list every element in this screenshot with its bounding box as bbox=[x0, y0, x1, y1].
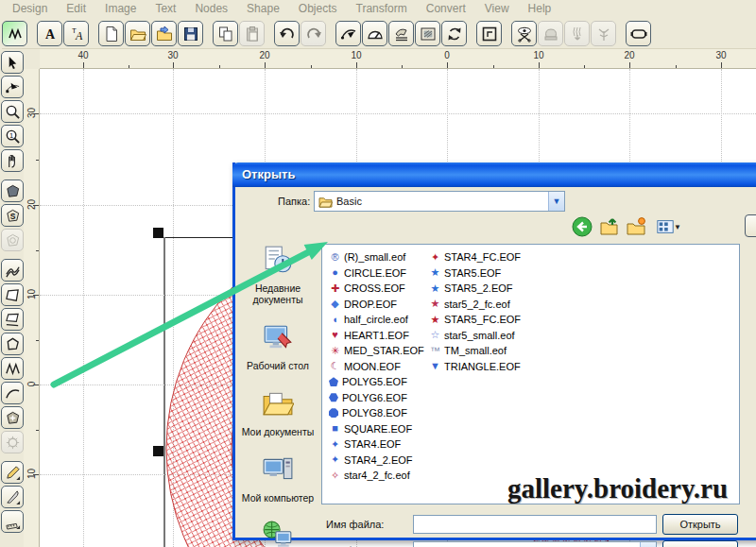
file-item[interactable]: ◖half_circle.eof bbox=[328, 312, 424, 328]
filename-input[interactable] bbox=[413, 515, 657, 534]
undo-icon[interactable] bbox=[274, 21, 300, 46]
hoop-icon[interactable] bbox=[626, 21, 651, 46]
stitch-gauge-icon[interactable] bbox=[362, 21, 387, 46]
recent-documents-icon bbox=[262, 244, 294, 280]
copy-icon[interactable] bbox=[213, 21, 238, 46]
file-item[interactable]: ★star5_2_fc.eof bbox=[428, 297, 521, 313]
new-folder-button[interactable] bbox=[625, 215, 647, 238]
file-item[interactable]: ✧star4_2_fc.eof bbox=[328, 468, 424, 484]
menu-design[interactable]: Design bbox=[4, 2, 56, 15]
file-item[interactable]: ♥HEART1.EOF bbox=[328, 328, 424, 344]
pencil-tool-icon[interactable] bbox=[1, 461, 24, 484]
file-item[interactable]: ★STAR5.EOF bbox=[428, 265, 521, 282]
file-item[interactable]: ●CIRCLE.EOF bbox=[328, 265, 424, 282]
edit-outline-icon[interactable] bbox=[335, 21, 361, 46]
file-type-icon bbox=[329, 393, 338, 402]
file-item[interactable]: ✦STAR4_FC.EOF bbox=[428, 249, 521, 265]
place-network[interactable]: Сетевое bbox=[259, 520, 298, 547]
cancel-button[interactable]: Отмена bbox=[662, 540, 738, 547]
back-button[interactable] bbox=[571, 215, 593, 238]
file-item[interactable]: ✳MED_STAR.EOF bbox=[328, 343, 424, 359]
import-file-icon[interactable] bbox=[151, 21, 177, 46]
open-button[interactable]: Открыть bbox=[662, 514, 738, 535]
outline-tool-icon[interactable] bbox=[1, 333, 24, 355]
cropped-toolbar-button[interactable] bbox=[745, 214, 756, 237]
add-shape-tool-icon[interactable] bbox=[1, 406, 24, 429]
file-name: (R)_small.eof bbox=[344, 251, 405, 263]
file-name: TRIANGLE.EOF bbox=[444, 361, 521, 372]
international-text-icon[interactable]: TA bbox=[63, 21, 89, 46]
fill-shape-tool-icon[interactable] bbox=[1, 179, 24, 202]
file-item[interactable]: ★STAR5_2.EOF bbox=[428, 281, 521, 297]
file-item[interactable]: ★STAR5_FC.EOF bbox=[428, 312, 521, 328]
place-desktop[interactable]: Рабочий стол bbox=[247, 321, 309, 371]
satin-shape-tool-icon[interactable]: S bbox=[1, 204, 24, 227]
generator-tool-icon bbox=[1, 431, 24, 453]
menu-help[interactable]: Help bbox=[520, 2, 560, 15]
file-item[interactable]: ☆star5_small.eof bbox=[428, 328, 521, 344]
file-item[interactable]: ™TM_small.eof bbox=[428, 343, 521, 359]
file-item[interactable]: POLYG5.EOF bbox=[328, 374, 424, 390]
zoom-100-tool-icon[interactable]: 1 bbox=[1, 125, 24, 147]
menu-edit[interactable]: Edit bbox=[58, 2, 94, 15]
menu-objects[interactable]: Objects bbox=[290, 2, 346, 15]
pattern-preview-icon[interactable] bbox=[415, 21, 440, 46]
pan-tool-icon[interactable] bbox=[1, 149, 24, 172]
folder-dropdown-arrow[interactable]: ▼ bbox=[548, 192, 564, 211]
filetype-dropdown-arrow[interactable]: ▼ bbox=[640, 542, 656, 547]
file-name: STAR4_FC.EOF bbox=[444, 251, 521, 263]
text-tool-icon[interactable]: A bbox=[37, 21, 62, 46]
open-file-icon[interactable] bbox=[125, 21, 150, 46]
menu-image[interactable]: Image bbox=[96, 2, 145, 15]
select-tool-icon[interactable] bbox=[1, 51, 24, 74]
embird-logo-icon[interactable] bbox=[2, 21, 27, 46]
file-item[interactable]: ■SQUARE.EOF bbox=[328, 421, 424, 437]
menu-view[interactable]: View bbox=[476, 2, 518, 15]
vertical-ruler: 302010010 bbox=[24, 69, 40, 547]
border-tool-icon[interactable] bbox=[1, 308, 24, 331]
watermark-text: gallery.broidery.ru bbox=[507, 473, 728, 504]
file-item[interactable]: ▼TRIANGLE.EOF bbox=[428, 359, 521, 375]
zoom-tool-icon[interactable] bbox=[1, 100, 24, 123]
stamp-icon bbox=[538, 21, 563, 46]
file-item[interactable]: ☾MOON.EOF bbox=[328, 359, 424, 375]
file-item[interactable]: POLYG6.EOF bbox=[328, 390, 424, 406]
node-edit-tool-icon[interactable] bbox=[1, 76, 24, 98]
views-button[interactable]: ▼ bbox=[651, 215, 679, 238]
file-item[interactable]: ✦STAR4_2.EOF bbox=[328, 453, 424, 469]
arc-tool-icon[interactable] bbox=[1, 382, 24, 404]
place-recent-documents[interactable]: Недавние документы bbox=[239, 244, 317, 305]
sew-simulator-icon[interactable] bbox=[388, 21, 414, 46]
column-tool-icon[interactable] bbox=[1, 283, 24, 306]
menu-text[interactable]: Text bbox=[146, 2, 184, 15]
dialog-titlebar[interactable]: Открыть bbox=[232, 162, 756, 187]
knife-tool-icon[interactable] bbox=[1, 486, 24, 508]
hide-stitches-icon[interactable] bbox=[511, 21, 537, 46]
folder-combobox[interactable]: Basic ▼ bbox=[314, 191, 565, 212]
filetype-combobox[interactable]: Embird Outline Format (*.eof) ▼ bbox=[413, 541, 657, 547]
measure-tool-icon[interactable] bbox=[1, 510, 24, 533]
ribbon-tool-icon[interactable] bbox=[1, 259, 24, 282]
file-item[interactable]: ✚CROSS.EOF bbox=[328, 281, 424, 297]
h-ruler-label: 40 bbox=[77, 50, 88, 60]
menu-nodes[interactable]: Nodes bbox=[186, 2, 236, 15]
save-icon[interactable] bbox=[178, 21, 203, 46]
file-item[interactable]: ✦STAR4.EOF bbox=[328, 436, 424, 453]
menu-convert[interactable]: Convert bbox=[418, 2, 474, 15]
file-item[interactable]: ◆DROP.EOF bbox=[328, 297, 424, 313]
menu-shape[interactable]: Shape bbox=[238, 2, 288, 15]
dialog-title: Открыть bbox=[242, 167, 295, 181]
place-my-documents[interactable]: Мои документы bbox=[242, 387, 315, 437]
menu-transform[interactable]: Transform bbox=[348, 2, 416, 15]
file-type-icon: ® bbox=[328, 252, 342, 263]
zigzag-tool-icon[interactable] bbox=[1, 357, 24, 380]
file-item[interactable]: ®(R)_small.eof bbox=[328, 249, 424, 265]
new-design-icon[interactable] bbox=[98, 21, 124, 46]
file-list[interactable]: ®(R)_small.eof●CIRCLE.EOF✚CROSS.EOF◆DROP… bbox=[321, 244, 740, 504]
window-mode-icon[interactable] bbox=[476, 21, 502, 46]
up-folder-button[interactable] bbox=[598, 215, 621, 238]
place-my-computer[interactable]: Мой компьютер bbox=[242, 453, 314, 504]
regenerate-icon[interactable] bbox=[441, 21, 467, 46]
file-name: DROP.EOF bbox=[344, 299, 397, 310]
file-item[interactable]: POLYG8.EOF bbox=[328, 405, 424, 421]
